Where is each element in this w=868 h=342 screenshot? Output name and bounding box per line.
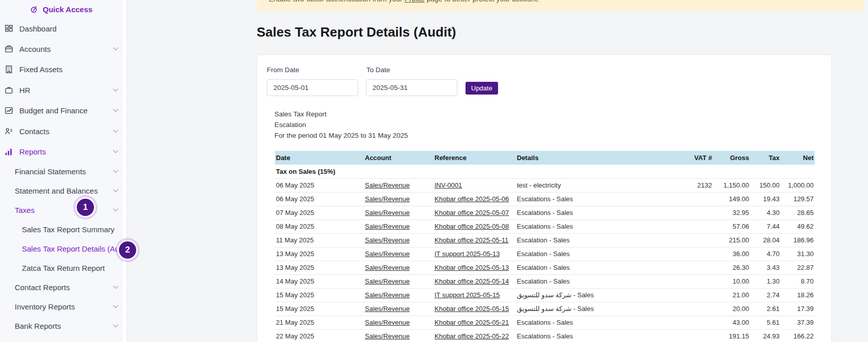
sidebar-item-sales-tax-report-summary[interactable]: Sales Tax Report Summary <box>0 220 127 239</box>
table-row: 15 May 2025Sales/RevenueIT support 2025-… <box>275 288 815 302</box>
sidebar-item-performance-reports[interactable]: Performance Reports <box>0 336 127 342</box>
cell-date: 08 May 2025 <box>275 220 364 233</box>
chevron-down-icon[interactable] <box>113 208 118 212</box>
sidebar-item-fixed-assets[interactable]: Fixed Assets <box>0 59 127 80</box>
cell-tax: 19.43 <box>750 192 781 206</box>
account-link[interactable]: Sales/Revenue <box>365 291 410 299</box>
cell-date: 06 May 2025 <box>275 178 364 192</box>
cell-details: Escalation - Sales <box>516 274 671 288</box>
account-link[interactable]: Sales/Revenue <box>365 250 410 258</box>
account-link[interactable]: Sales/Revenue <box>365 223 410 230</box>
chevron-down-icon[interactable] <box>113 286 118 289</box>
cell-tax: 1.30 <box>750 274 781 288</box>
chevron-down-icon[interactable] <box>113 170 118 173</box>
to-date-label: To Date <box>366 66 390 74</box>
sales-tax-table: DateAccountReferenceDetailsVAT #GrossTax… <box>275 151 815 342</box>
cell-date: 13 May 2025 <box>275 247 364 261</box>
account-link[interactable]: Sales/Revenue <box>365 305 410 313</box>
cell-details: Escalation - Sales <box>516 247 671 261</box>
sidebar-item-sales-tax-report-details-au[interactable]: Sales Tax Report Details (Au... <box>0 239 127 259</box>
account-link[interactable]: Sales/Revenue <box>365 332 410 340</box>
reference-link[interactable]: Khobar office 2025-05-15 <box>435 305 509 313</box>
report-period: For the period 01 May 2025 to 31 May 202… <box>274 130 408 141</box>
chevron-down-icon[interactable] <box>113 324 118 328</box>
sidebar-item-dashboard[interactable]: Dashboard <box>0 18 127 39</box>
reference-link[interactable]: Khobar office 2025-05-14 <box>435 277 509 285</box>
chevron-down-icon[interactable] <box>113 189 118 193</box>
account-link[interactable]: Sales/Revenue <box>365 319 410 326</box>
sidebar-item-taxes[interactable]: Taxes <box>0 201 127 220</box>
reference-link[interactable]: Khobar office 2025-05-06 <box>435 195 509 203</box>
cell-date: 06 May 2025 <box>275 192 364 206</box>
cell-gross: 215.00 <box>713 233 750 247</box>
chevron-down-icon[interactable] <box>113 88 118 92</box>
profile-link[interactable]: Profile <box>405 0 425 3</box>
sidebar-item-quick-access[interactable]: Quick Access <box>0 0 127 18</box>
reference-link[interactable]: Khobar office 2025-05-22 <box>435 332 509 340</box>
cell-vat <box>671 206 713 220</box>
chevron-down-icon[interactable] <box>113 150 118 153</box>
sidebar-item-contacts[interactable]: Contacts <box>0 121 127 141</box>
reference-link[interactable]: Khobar office 2025-05-11 <box>435 236 509 244</box>
sidebar-item-label: Contact Reports <box>15 283 70 292</box>
column-header-date: Date <box>275 151 364 165</box>
cell-tax: 2.61 <box>750 302 781 316</box>
fixed-assets-icon <box>5 65 14 74</box>
account-link[interactable]: Sales/Revenue <box>365 264 410 271</box>
sidebar-item-hr[interactable]: HR <box>0 80 127 100</box>
two-factor-banner: Enable two-factor authentication from yo… <box>257 0 864 11</box>
table-row: 21 May 2025Sales/RevenueKhobar office 20… <box>275 316 815 329</box>
report-card: From Date To Date Update Sales Tax Repor… <box>257 54 832 342</box>
cell-vat <box>671 261 713 274</box>
reference-link[interactable]: Khobar office 2025-05-21 <box>435 319 509 326</box>
cell-gross: 32.95 <box>713 206 750 220</box>
cell-vat: 2132 <box>671 178 713 192</box>
reference-link[interactable]: Khobar office 2025-05-13 <box>435 264 509 271</box>
chevron-down-icon[interactable] <box>113 47 118 51</box>
account-link[interactable]: Sales/Revenue <box>365 181 410 189</box>
reference-link[interactable]: IT support 2025-05-15 <box>435 291 500 299</box>
sidebar-item-accounts[interactable]: Accounts <box>0 39 127 59</box>
sidebar-item-label: Inventory Reports <box>15 302 75 311</box>
from-date-input[interactable] <box>267 79 358 96</box>
sidebar-item-zatca-tax-return-report[interactable]: Zatca Tax Return Report <box>0 259 127 278</box>
sidebar-item-bank-reports[interactable]: Bank Reports <box>0 317 127 336</box>
to-date-input[interactable] <box>366 79 457 96</box>
cell-details: Escalations - Sales <box>516 192 671 206</box>
cell-net: 17.39 <box>781 302 815 316</box>
cell-date: 22 May 2025 <box>275 329 364 342</box>
cell-net: 186.96 <box>781 233 815 247</box>
sidebar-item-statement-and-balances[interactable]: Statement and Balances <box>0 181 127 201</box>
sidebar-item-financial-statements[interactable]: Financial Statements <box>0 162 127 181</box>
reference-link[interactable]: Khobar office 2025-05-08 <box>435 223 509 230</box>
cell-net: 129.57 <box>781 192 815 206</box>
reference-link[interactable]: Khobar office 2025-05-07 <box>435 209 509 216</box>
cell-net: 166.22 <box>781 329 815 342</box>
chevron-down-icon[interactable] <box>113 109 118 112</box>
reference-link[interactable]: INV-0001 <box>435 181 462 189</box>
sidebar-item-inventory-reports[interactable]: Inventory Reports <box>0 297 127 317</box>
account-link[interactable]: Sales/Revenue <box>365 236 410 244</box>
chevron-down-icon[interactable] <box>113 130 118 133</box>
chevron-down-icon[interactable] <box>113 305 118 308</box>
cell-gross: 26.30 <box>713 261 750 274</box>
sidebar-item-reports[interactable]: Reports <box>0 141 127 162</box>
cell-details: test - electricity <box>516 178 671 192</box>
cell-details: شركة سدو للتسويق - Sales <box>516 302 671 316</box>
cell-details: شركة سدو للتسويق - Sales <box>516 288 671 302</box>
column-header-tax: Tax <box>750 151 781 165</box>
sidebar-item-label: Bank Reports <box>15 322 61 330</box>
column-header-account: Account <box>364 151 433 165</box>
table-header-row: DateAccountReferenceDetailsVAT #GrossTax… <box>275 151 815 165</box>
column-header-details: Details <box>516 151 671 165</box>
sidebar-item-contact-reports[interactable]: Contact Reports <box>0 278 127 297</box>
update-button[interactable]: Update <box>466 82 498 95</box>
cell-gross: 57.06 <box>713 220 750 233</box>
account-link[interactable]: Sales/Revenue <box>365 195 410 203</box>
reference-link[interactable]: IT support 2025-05-13 <box>435 250 500 258</box>
account-link[interactable]: Sales/Revenue <box>365 277 410 285</box>
cell-net: 28.65 <box>781 206 815 220</box>
sidebar-item-budget-and-finance[interactable]: Budget and Finance <box>0 101 127 121</box>
cell-tax: 150.00 <box>750 178 781 192</box>
account-link[interactable]: Sales/Revenue <box>365 209 410 216</box>
